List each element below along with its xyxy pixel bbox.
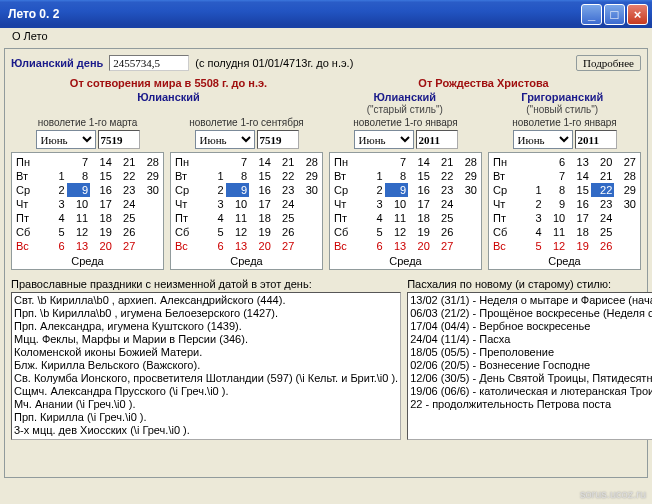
day-cell[interactable] xyxy=(296,197,320,211)
day-cell[interactable]: 25 xyxy=(591,225,615,239)
day-cell[interactable]: 5 xyxy=(520,239,543,253)
day-cell[interactable]: 13 xyxy=(67,239,91,253)
day-cell[interactable]: 15 xyxy=(90,169,114,183)
day-cell[interactable]: 23 xyxy=(591,197,615,211)
day-cell[interactable]: 21 xyxy=(114,155,138,169)
day-cell[interactable]: 3 xyxy=(361,197,384,211)
day-cell[interactable]: 30 xyxy=(614,197,638,211)
month-select[interactable]: Июнь xyxy=(513,130,573,149)
day-cell[interactable]: 20 xyxy=(408,239,432,253)
list-item[interactable]: 13/02 (31/1) - Неделя о мытаре и Фарисее… xyxy=(410,294,652,307)
day-cell[interactable]: 28 xyxy=(455,155,479,169)
day-cell[interactable] xyxy=(202,155,225,169)
month-select[interactable]: Июнь xyxy=(36,130,96,149)
year-input[interactable] xyxy=(257,130,299,149)
day-cell[interactable]: 15 xyxy=(249,169,273,183)
day-cell[interactable]: 16 xyxy=(567,197,591,211)
day-cell[interactable] xyxy=(137,225,161,239)
list-item[interactable]: 06/03 (21/2) - Прощёное воскресенье (Нед… xyxy=(410,307,652,320)
day-cell[interactable] xyxy=(455,225,479,239)
day-cell[interactable]: 22 xyxy=(273,169,297,183)
day-cell[interactable]: 29 xyxy=(455,169,479,183)
day-cell[interactable]: 20 xyxy=(90,239,114,253)
year-input[interactable] xyxy=(575,130,617,149)
day-cell[interactable]: 21 xyxy=(591,169,615,183)
day-cell[interactable] xyxy=(137,197,161,211)
day-cell[interactable]: 22 xyxy=(114,169,138,183)
day-cell[interactable] xyxy=(614,239,638,253)
day-cell[interactable]: 23 xyxy=(273,183,297,197)
day-cell[interactable]: 17 xyxy=(90,197,114,211)
day-cell[interactable]: 12 xyxy=(226,225,250,239)
day-cell[interactable]: 20 xyxy=(249,239,273,253)
day-cell[interactable] xyxy=(455,211,479,225)
maximize-button[interactable]: □ xyxy=(604,4,625,25)
day-cell[interactable]: 24 xyxy=(273,197,297,211)
day-cell[interactable]: 13 xyxy=(226,239,250,253)
day-cell[interactable]: 16 xyxy=(90,183,114,197)
details-button[interactable]: Подробнее xyxy=(576,55,641,71)
day-cell[interactable]: 27 xyxy=(432,239,456,253)
day-cell[interactable]: 29 xyxy=(296,169,320,183)
list-item[interactable]: Прп. \b Кирилла\b0 , игумена Белоезерско… xyxy=(14,307,398,320)
day-cell[interactable]: 2 xyxy=(361,183,384,197)
month-select[interactable]: Июнь xyxy=(195,130,255,149)
day-cell[interactable]: 18 xyxy=(567,225,591,239)
day-cell[interactable]: 14 xyxy=(90,155,114,169)
day-cell[interactable]: 19 xyxy=(249,225,273,239)
paschalia-listbox[interactable]: 13/02 (31/1) - Неделя о мытаре и Фарисее… xyxy=(407,292,652,440)
day-cell[interactable]: 10 xyxy=(226,197,250,211)
day-cell[interactable]: 25 xyxy=(432,211,456,225)
day-cell[interactable]: 3 xyxy=(43,197,66,211)
day-cell[interactable]: 6 xyxy=(202,239,225,253)
day-cell[interactable]: 23 xyxy=(114,183,138,197)
day-cell[interactable]: 30 xyxy=(296,183,320,197)
day-cell[interactable]: 18 xyxy=(90,211,114,225)
day-cell[interactable]: 22 xyxy=(591,183,615,197)
day-cell[interactable]: 8 xyxy=(385,169,409,183)
day-cell[interactable]: 17 xyxy=(408,197,432,211)
day-cell[interactable]: 12 xyxy=(544,239,568,253)
day-cell[interactable]: 1 xyxy=(520,183,543,197)
day-cell[interactable]: 8 xyxy=(544,183,568,197)
day-cell[interactable]: 4 xyxy=(43,211,66,225)
day-cell[interactable]: 17 xyxy=(567,211,591,225)
day-cell[interactable]: 28 xyxy=(296,155,320,169)
day-cell[interactable]: 20 xyxy=(591,155,615,169)
day-cell[interactable]: 15 xyxy=(408,169,432,183)
month-select[interactable]: Июнь xyxy=(354,130,414,149)
list-item[interactable]: Коломенской иконы Божией Матери. xyxy=(14,346,398,359)
day-cell[interactable]: 9 xyxy=(544,197,568,211)
day-cell[interactable] xyxy=(455,197,479,211)
day-cell[interactable]: 14 xyxy=(567,169,591,183)
day-cell[interactable]: 28 xyxy=(137,155,161,169)
list-item[interactable]: Мцц. Феклы, Марфы и Марии в Персии (346)… xyxy=(14,333,398,346)
day-cell[interactable]: 26 xyxy=(273,225,297,239)
day-cell[interactable]: 5 xyxy=(43,225,66,239)
list-item[interactable]: Св. Колумба Ионского, просветителя Шотла… xyxy=(14,372,398,385)
day-cell[interactable]: 6 xyxy=(43,239,66,253)
minimize-button[interactable]: _ xyxy=(581,4,602,25)
day-cell[interactable]: 23 xyxy=(432,183,456,197)
day-cell[interactable]: 10 xyxy=(544,211,568,225)
day-cell[interactable]: 24 xyxy=(432,197,456,211)
list-item[interactable]: Блж. Кирилла Вельского (Важского). xyxy=(14,359,398,372)
day-cell[interactable]: 30 xyxy=(455,183,479,197)
day-cell[interactable]: 7 xyxy=(226,155,250,169)
day-cell[interactable]: 3 xyxy=(202,197,225,211)
list-item[interactable]: Свт. \b Кирилла\b0 , архиеп. Александрий… xyxy=(14,294,398,307)
day-cell[interactable]: 1 xyxy=(43,169,66,183)
day-cell[interactable] xyxy=(296,239,320,253)
day-cell[interactable]: 4 xyxy=(202,211,225,225)
list-item[interactable]: 3-х мцц. дев Хиосских (\i Греч.\i0 ). xyxy=(14,424,398,437)
day-cell[interactable]: 1 xyxy=(202,169,225,183)
day-cell[interactable]: 29 xyxy=(614,183,638,197)
day-cell[interactable]: 12 xyxy=(385,225,409,239)
list-item[interactable]: 18/05 (05/5) - Преполовение xyxy=(410,346,652,359)
day-cell[interactable]: 5 xyxy=(202,225,225,239)
day-cell[interactable] xyxy=(361,155,384,169)
list-item[interactable]: 22 - продолжительность Петрова поста xyxy=(410,398,652,411)
day-cell[interactable]: 13 xyxy=(567,155,591,169)
day-cell[interactable]: 15 xyxy=(567,183,591,197)
day-cell[interactable] xyxy=(520,155,543,169)
